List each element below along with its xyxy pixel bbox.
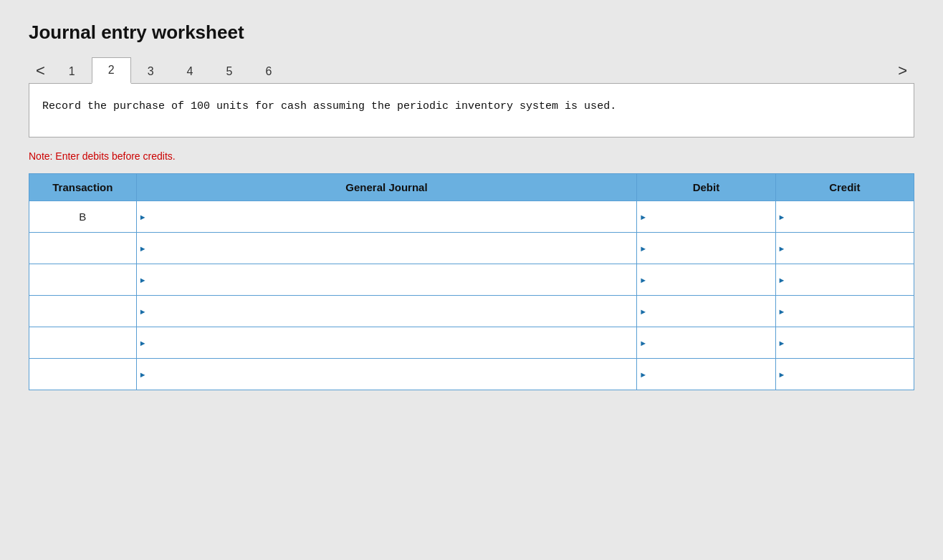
journal-cell-1[interactable]: ► xyxy=(136,201,637,233)
journal-cell-6[interactable]: ► xyxy=(136,359,637,390)
arrow-icon: ► xyxy=(139,213,147,221)
tab-1[interactable]: 1 xyxy=(52,59,92,84)
tabs-container: < 1 2 3 4 5 6 > xyxy=(29,57,914,83)
tab-3[interactable]: 3 xyxy=(131,59,171,84)
table-header-row: Transaction General Journal Debit Credit xyxy=(29,174,914,201)
journal-table: Transaction General Journal Debit Credit… xyxy=(29,173,914,390)
tab-6[interactable]: 6 xyxy=(249,59,288,84)
description-box: Record the purchase of 100 units for cas… xyxy=(29,83,914,137)
col-header-debit: Debit xyxy=(637,174,775,201)
credit-cell-2[interactable]: ► xyxy=(775,233,914,264)
debit-cell-4[interactable]: ► xyxy=(637,296,775,327)
col-header-credit: Credit xyxy=(775,174,914,201)
table-row: ► ► ► xyxy=(29,359,914,390)
next-arrow[interactable]: > xyxy=(891,59,914,83)
credit-input-2[interactable] xyxy=(776,233,914,264)
debit-input-4[interactable] xyxy=(637,296,775,327)
debit-input-2[interactable] xyxy=(637,233,775,264)
tab-5[interactable]: 5 xyxy=(209,59,249,84)
arrow-icon: ► xyxy=(778,276,786,284)
debit-input-6[interactable] xyxy=(637,359,775,390)
journal-input-3[interactable] xyxy=(137,264,637,295)
tab-4[interactable]: 4 xyxy=(171,59,210,84)
journal-cell-4[interactable]: ► xyxy=(136,296,637,327)
debit-cell-2[interactable]: ► xyxy=(637,233,775,264)
debit-input-1[interactable] xyxy=(637,201,775,232)
transaction-cell-6 xyxy=(29,359,137,390)
transaction-cell-5 xyxy=(29,327,137,359)
arrow-icon: ► xyxy=(139,370,147,378)
arrow-icon: ► xyxy=(778,339,786,347)
prev-arrow[interactable]: < xyxy=(29,59,52,83)
debit-cell-5[interactable]: ► xyxy=(637,327,775,359)
credit-cell-3[interactable]: ► xyxy=(775,264,914,296)
journal-input-4[interactable] xyxy=(137,296,637,327)
page-title: Journal entry worksheet xyxy=(29,21,914,44)
note-text: Note: Enter debits before credits. xyxy=(29,150,914,162)
credit-input-6[interactable] xyxy=(776,359,914,390)
arrow-icon: ► xyxy=(139,307,147,315)
tabs-nav: < 1 2 3 4 5 6 > xyxy=(29,57,914,83)
arrow-icon: ► xyxy=(139,339,147,347)
transaction-cell-3 xyxy=(29,264,137,296)
debit-input-3[interactable] xyxy=(637,264,775,295)
credit-cell-5[interactable]: ► xyxy=(775,327,914,359)
debit-input-5[interactable] xyxy=(637,327,775,358)
description-text: Record the purchase of 100 units for cas… xyxy=(42,100,616,112)
table-row: ► ► ► xyxy=(29,296,914,327)
debit-cell-1[interactable]: ► xyxy=(637,201,775,233)
arrow-icon: ► xyxy=(778,370,786,378)
col-header-transaction: Transaction xyxy=(29,174,137,201)
table-row: ► ► ► xyxy=(29,264,914,296)
arrow-icon: ► xyxy=(639,307,647,315)
credit-cell-1[interactable]: ► xyxy=(775,201,914,233)
transaction-cell-4 xyxy=(29,296,137,327)
credit-input-4[interactable] xyxy=(776,296,914,327)
credit-input-5[interactable] xyxy=(776,327,914,358)
tab-2[interactable]: 2 xyxy=(92,57,131,84)
transaction-cell-1: B xyxy=(29,201,137,233)
arrow-icon: ► xyxy=(139,244,147,252)
arrow-icon: ► xyxy=(639,276,647,284)
journal-cell-2[interactable]: ► xyxy=(136,233,637,264)
arrow-icon: ► xyxy=(139,276,147,284)
arrow-icon: ► xyxy=(639,244,647,252)
arrow-icon: ► xyxy=(778,213,786,221)
journal-input-1[interactable] xyxy=(137,201,637,232)
debit-cell-3[interactable]: ► xyxy=(637,264,775,296)
arrow-icon: ► xyxy=(639,370,647,378)
col-header-journal: General Journal xyxy=(136,174,637,201)
table-row: ► ► ► xyxy=(29,233,914,264)
credit-cell-4[interactable]: ► xyxy=(775,296,914,327)
transaction-cell-2 xyxy=(29,233,137,264)
arrow-icon: ► xyxy=(778,307,786,315)
credit-input-3[interactable] xyxy=(776,264,914,295)
arrow-icon: ► xyxy=(778,244,786,252)
journal-input-5[interactable] xyxy=(137,327,637,358)
credit-input-1[interactable] xyxy=(776,201,914,232)
journal-input-6[interactable] xyxy=(137,359,637,390)
arrow-icon: ► xyxy=(639,339,647,347)
journal-cell-3[interactable]: ► xyxy=(136,264,637,296)
journal-cell-5[interactable]: ► xyxy=(136,327,637,359)
credit-cell-6[interactable]: ► xyxy=(775,359,914,390)
table-row: ► ► ► xyxy=(29,327,914,359)
journal-input-2[interactable] xyxy=(137,233,637,264)
arrow-icon: ► xyxy=(639,213,647,221)
debit-cell-6[interactable]: ► xyxy=(637,359,775,390)
table-row: B ► ► ► xyxy=(29,201,914,233)
